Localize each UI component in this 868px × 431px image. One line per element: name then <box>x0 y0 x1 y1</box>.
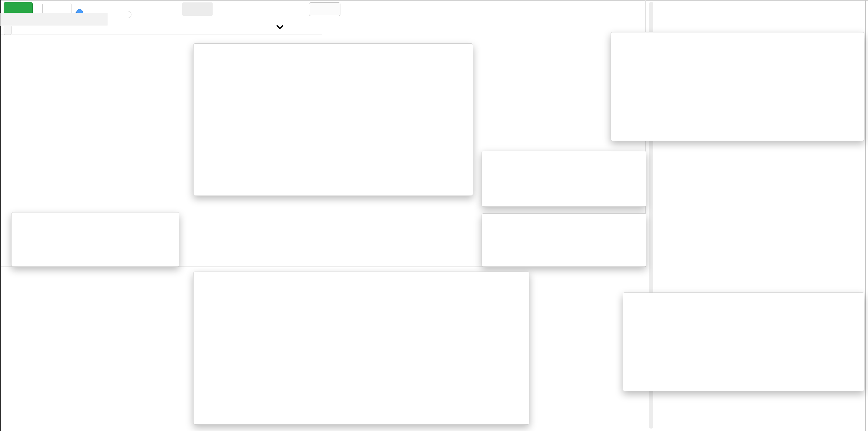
add-cell-button[interactable] <box>4 25 11 35</box>
cell-fuel <box>11 212 179 267</box>
revert-to-dropdown[interactable] <box>274 25 283 29</box>
cell-heating-system <box>193 44 473 196</box>
app-canvas <box>0 0 868 431</box>
chevron-down-icon <box>277 25 283 29</box>
toolbar-bottom-rule <box>1 34 322 35</box>
canvas-right-border <box>865 0 866 431</box>
canvas-top-border <box>0 0 868 1</box>
cell-electric-consumer <box>623 292 864 391</box>
cell-battery <box>482 213 646 267</box>
reset-button[interactable] <box>309 2 340 16</box>
cell-heat-consumer <box>611 32 864 141</box>
canvas-left-border <box>0 0 1 431</box>
time-delta-input[interactable] <box>182 2 213 16</box>
cell-thermal-power-station <box>193 271 529 425</box>
cell-heat-storage <box>482 151 646 207</box>
link-tooltip <box>0 13 108 26</box>
